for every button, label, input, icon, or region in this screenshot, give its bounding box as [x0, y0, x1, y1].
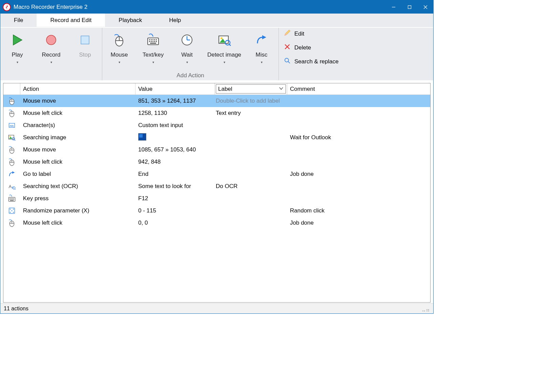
menu-help[interactable]: Help [155, 14, 194, 27]
redx-icon [284, 43, 291, 52]
svg-rect-23 [150, 43, 156, 44]
pencil-icon [284, 29, 291, 38]
cell-label[interactable] [215, 173, 287, 175]
cell-action: Mouse left click [20, 110, 136, 117]
cell-value: Some text to look for [136, 183, 215, 190]
menubar: FileRecord and EditPlaybackHelp [0, 14, 433, 27]
play-icon [11, 32, 24, 48]
header-action[interactable]: Action [20, 83, 136, 95]
minimize-button[interactable] [385, 0, 401, 14]
cell-label[interactable]: Do OCR [215, 182, 287, 191]
svg-point-77 [10, 212, 11, 213]
cell-value: 942, 848 [136, 159, 215, 165]
mouse-icon [3, 219, 20, 227]
table-row[interactable]: Mouse move1085, 657 » 1053, 640 [3, 144, 430, 156]
cell-label[interactable] [215, 222, 287, 224]
ribbon-search-replace-action[interactable]: Search & replace [284, 57, 338, 66]
ribbon-edit-action[interactable]: Edit [284, 29, 338, 38]
titlebar: Macro Recorder Enterprise 2 [0, 0, 433, 14]
svg-rect-69 [12, 199, 12, 200]
table-row[interactable]: AB|Character(s)Custom text input [3, 119, 430, 131]
cell-label[interactable] [215, 149, 287, 151]
resize-grip-icon[interactable]: ⣀⣤ [422, 305, 430, 312]
image-icon [217, 32, 231, 48]
record-icon [44, 32, 58, 48]
table-row[interactable]: Mouse left click1258, 1130Text entry [3, 107, 430, 119]
svg-rect-63 [11, 198, 11, 199]
ocr-icon: Aa [3, 182, 20, 190]
cell-action: Mouse move [20, 146, 136, 153]
cell-action: Mouse move [20, 98, 136, 104]
ribbon-mouse-button[interactable]: Mouse▾ [102, 29, 136, 64]
ribbon-misc-button[interactable]: Misc▾ [245, 29, 278, 64]
svg-rect-8 [81, 36, 89, 44]
table-row[interactable]: Searching imageWait for Outlook [3, 131, 430, 144]
cell-label[interactable] [215, 124, 287, 126]
cell-value: End [136, 171, 215, 178]
cell-comment: Wait for Outlook [287, 134, 430, 141]
cell-label[interactable]: Double-Click to add label [215, 97, 287, 105]
table-row[interactable]: Mouse move851, 353 » 1264, 1137Double-Cl… [3, 95, 430, 107]
cell-value: 851, 353 » 1264, 1137 [136, 98, 215, 104]
svg-point-35 [285, 58, 289, 62]
goto-icon [3, 170, 20, 178]
app-icon [3, 3, 11, 11]
svg-point-74 [10, 209, 11, 210]
svg-line-31 [229, 44, 231, 46]
svg-rect-68 [11, 199, 11, 200]
svg-rect-64 [12, 198, 12, 199]
table-row[interactable]: Mouse left click942, 848 [3, 156, 430, 168]
ribbon-wait-button[interactable]: Wait▾ [170, 29, 204, 64]
cell-value: 0, 0 [136, 220, 215, 226]
header-value[interactable]: Value [136, 83, 215, 95]
svg-point-46 [9, 136, 11, 137]
ribbon-play-button[interactable]: Play▾ [0, 29, 34, 64]
mouse-icon [3, 146, 20, 154]
menu-record-and-edit[interactable]: Record and Edit [37, 14, 105, 27]
cell-value: 0 - 115 [136, 207, 215, 214]
cell-label[interactable] [215, 210, 287, 212]
svg-rect-21 [154, 41, 155, 42]
cell-comment: Job done [287, 220, 430, 226]
svg-marker-32 [262, 35, 266, 39]
stop-icon [78, 32, 92, 48]
search-icon [284, 57, 291, 66]
thumbnail-icon [138, 133, 146, 141]
svg-rect-66 [14, 198, 14, 199]
header-label[interactable]: Label [215, 83, 287, 95]
close-button[interactable] [417, 0, 433, 14]
svg-point-75 [13, 209, 14, 210]
ribbon-textkey-button[interactable]: Text/key▾ [136, 29, 170, 64]
cell-label[interactable] [215, 137, 287, 139]
keyboard-icon [146, 32, 160, 48]
cell-label[interactable] [215, 198, 287, 200]
goto-icon [255, 32, 268, 48]
table-row[interactable]: Key pressF12 [3, 192, 430, 205]
maximize-button[interactable] [401, 0, 417, 14]
cell-action: Randomize parameter (X) [20, 207, 136, 214]
mouse-icon [3, 97, 20, 105]
clock-icon [180, 32, 194, 48]
random-icon [3, 207, 20, 215]
cell-value: Custom text input [136, 122, 215, 129]
actions-grid: Action Value Label Comment Mouse move851… [3, 83, 431, 303]
menu-playback[interactable]: Playback [105, 14, 155, 27]
table-row[interactable]: Mouse left click0, 0Job done [3, 217, 430, 229]
grid-header: Action Value Label Comment [3, 83, 430, 95]
chevron-down-icon [279, 86, 284, 92]
cell-action: Go to label [20, 171, 136, 178]
table-row[interactable]: Randomize parameter (X)0 - 115Random cli… [3, 205, 430, 217]
svg-point-76 [12, 210, 13, 211]
ribbon-delete-action[interactable]: Delete [284, 43, 338, 52]
table-row[interactable]: Go to labelEndJob done [3, 168, 430, 180]
cell-label[interactable]: Text entry [215, 109, 287, 118]
header-comment[interactable]: Comment [287, 83, 430, 95]
cell-action: Mouse left click [20, 220, 136, 226]
ribbon-record-button[interactable]: Record▾ [34, 29, 68, 64]
ribbon-detect-image-button[interactable]: Detect image▾ [204, 29, 245, 64]
svg-text:A: A [8, 184, 12, 189]
menu-file[interactable]: File [0, 14, 37, 27]
app-title: Macro Recorder Enterprise 2 [14, 4, 87, 11]
table-row[interactable]: AaSearching text (OCR)Some text to look … [3, 180, 430, 192]
cell-label[interactable] [215, 161, 287, 163]
